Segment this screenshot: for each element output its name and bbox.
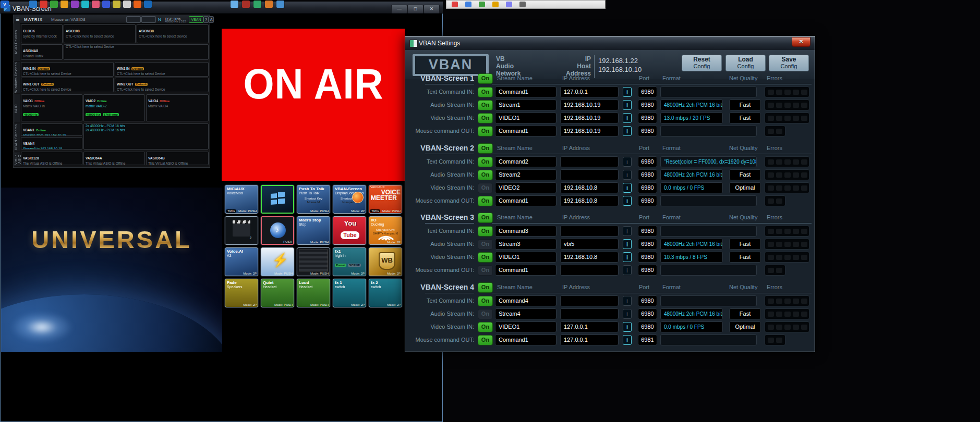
row-on-toggle[interactable]: On xyxy=(478,322,493,332)
stream-name-field[interactable]: Command4 xyxy=(495,295,556,306)
matrix-device-panel[interactable]: VASIO64BThis Virtual ASIO is Offline xyxy=(146,152,209,165)
taskbar-app-icon[interactable] xyxy=(144,1,152,8)
port-field[interactable]: 6980 xyxy=(638,295,657,306)
matrix-device-panel[interactable]: VBAN4Stream5 to 192.168.10.18 xyxy=(21,137,82,150)
port-field[interactable]: 6980 xyxy=(638,156,657,167)
matrix-device-panel[interactable]: CTL+Click here to select Device xyxy=(64,44,209,60)
taskbar-app-icon[interactable] xyxy=(242,1,250,8)
macro-button[interactable]: I/ODuckingShortcut Key:SHIFT+Numpad 0Mod… xyxy=(369,216,402,245)
ip-address-field[interactable] xyxy=(560,265,619,276)
stream-name-field[interactable]: Command1 xyxy=(495,265,556,276)
port-field[interactable]: 6980 xyxy=(638,169,657,180)
macro-button[interactable]: QuietHeadsetMode: PUSH xyxy=(261,279,294,307)
stream-name-field[interactable]: VIDEO1 xyxy=(495,252,556,263)
macro-button[interactable]: ⚡Mode: PUSH xyxy=(261,247,294,276)
macro-button[interactable]: fx 2switchMode: 2P xyxy=(369,279,402,307)
taskbar-app-icon[interactable] xyxy=(134,1,141,8)
matrix-monitor-button[interactable] xyxy=(141,16,156,23)
macro-button[interactable]: ♪PUSH xyxy=(261,216,294,245)
row-on-toggle[interactable]: On xyxy=(478,113,493,123)
stream-name-field[interactable]: Stream2 xyxy=(495,169,556,180)
section-on-toggle[interactable]: On xyxy=(478,213,493,223)
taskbar-app-icon[interactable] xyxy=(71,1,79,8)
taskbar-app-icon[interactable] xyxy=(50,1,58,8)
port-field[interactable]: 6980 xyxy=(638,226,657,237)
port-field[interactable]: 6980 xyxy=(638,126,657,136)
matrix-device-panel[interactable]: VASIO128The Virtual ASIO is Offline xyxy=(21,152,82,165)
row-on-toggle[interactable]: On xyxy=(478,170,493,180)
stream-name-field[interactable]: Command2 xyxy=(495,156,556,167)
macro-button[interactable]: ♪ xyxy=(225,216,258,245)
tray-app-icon[interactable] xyxy=(465,2,471,7)
matrix-vban-button[interactable]: VBAN xyxy=(189,16,203,23)
macro-button[interactable]: LoudHeadsetMode: PUSH xyxy=(297,279,330,307)
stream-name-field[interactable]: VIDEO2 xyxy=(495,182,556,193)
macro-button[interactable]: Macro stopStopMode: PUSH xyxy=(297,216,330,245)
macro-button[interactable]: FadeSpeakersMode: 2P xyxy=(225,279,258,307)
row-on-toggle[interactable]: On xyxy=(478,126,493,136)
stream-name-field[interactable]: Command1 xyxy=(495,334,556,345)
matrix-device-panel[interactable]: WIN1 OUTDefaultCTL+Click here to select … xyxy=(21,78,114,92)
menu-icon[interactable]: ☰ xyxy=(16,17,19,22)
close-icon[interactable]: ✕ xyxy=(792,37,810,47)
row-on-toggle[interactable]: On xyxy=(478,196,493,206)
ip-address-field[interactable]: 127.0.0.1 xyxy=(560,321,619,332)
ip-address-field[interactable]: 192.168.10.8 xyxy=(560,252,619,263)
help-button[interactable]: ? xyxy=(203,16,209,23)
macro-button[interactable] xyxy=(261,185,294,214)
matrix-a-button[interactable]: A xyxy=(209,16,214,23)
ip-address-field[interactable]: 127.0.0.1 xyxy=(560,86,619,97)
ip-address-field[interactable] xyxy=(560,308,619,319)
ip-address-field[interactable]: 127.0.0.1 xyxy=(560,334,619,345)
info-button[interactable]: i xyxy=(623,322,632,332)
ip-address-field[interactable] xyxy=(560,226,619,237)
info-button[interactable]: i xyxy=(623,335,632,345)
info-button[interactable]: i xyxy=(623,87,632,97)
stream-name-field[interactable]: Command1 xyxy=(495,195,556,206)
taskbar-app-icon[interactable] xyxy=(253,1,261,8)
tray-app-icon[interactable] xyxy=(492,2,499,7)
taskbar-vban-icon[interactable]: V xyxy=(1,1,9,8)
matrix-lock-button[interactable] xyxy=(126,16,141,23)
matrix-device-panel[interactable]: WIN1 INDefaultCTL+Click here to select D… xyxy=(21,62,114,77)
matrix-device-panel[interactable]: WIN2 INDefaultCTL+Click here to select D… xyxy=(115,62,209,77)
ip-address-field[interactable]: 192.168.10.8 xyxy=(560,182,619,193)
ip-address-field[interactable] xyxy=(560,169,619,180)
info-button[interactable]: i xyxy=(623,239,632,249)
stream-name-field[interactable]: VIDEO1 xyxy=(495,321,556,332)
section-on-toggle[interactable]: On xyxy=(478,73,493,84)
macro-button[interactable]: fx1high inPresetSCENEMode: 2P xyxy=(333,247,366,276)
matrix-device-panel[interactable]: ASIONB8CTL+Click here to select Device xyxy=(137,24,209,43)
maximize-button[interactable]: □ xyxy=(407,5,424,14)
taskbar-app-icon[interactable] xyxy=(265,1,273,8)
taskbar-app-icon[interactable] xyxy=(92,1,100,8)
taskbar-app-icon[interactable] xyxy=(102,1,110,8)
matrix-device-panel[interactable]: VBAN1OnlineStream1 from 192.168.10.19 xyxy=(21,123,82,136)
macro-button[interactable]: Mode: PUSH xyxy=(297,247,330,276)
macro-button[interactable]: MIC\AUXVoiceModMode: PUSHTRIG xyxy=(225,185,258,214)
settings-titlebar[interactable]: VBAN Settings ✕ xyxy=(405,36,815,51)
port-field[interactable]: 6981 xyxy=(638,334,657,345)
info-button[interactable]: i xyxy=(623,296,632,306)
matrix-device-panel[interactable]: WIN2 OUTDefaultCTL+Click here to select … xyxy=(115,78,209,92)
matrix-device-panel[interactable]: VASIO64AThis Virtual ASIO is Offline xyxy=(83,152,145,165)
info-button[interactable]: i xyxy=(623,252,632,262)
row-on-toggle[interactable]: On xyxy=(478,157,493,167)
matrix-device-panel[interactable]: VAIO1OfflineMatrix VAIO In48000 Hz xyxy=(21,94,82,121)
info-button[interactable]: i xyxy=(623,226,632,236)
taskbar-app-icon[interactable] xyxy=(231,1,238,8)
row-on-toggle[interactable]: On xyxy=(478,239,493,250)
matrix-device-panel[interactable]: 2x 48000Hz - PCM 16 bits2x 48000Hz - PCM… xyxy=(83,123,209,150)
macro-button[interactable]: Push To TalkPush To TalkShortcut KeyMous… xyxy=(297,185,330,214)
stream-name-field[interactable]: Command1 xyxy=(495,126,556,136)
macro-button[interactable]: Voice.AIA3Mode: 2P xyxy=(225,247,258,276)
stream-name-field[interactable]: Command3 xyxy=(495,226,556,237)
ip-address-field[interactable]: 192.168.10.8 xyxy=(560,195,619,206)
port-field[interactable]: 6980 xyxy=(638,86,657,97)
matrix-device-panel[interactable]: ASIONA8Roland Rubix44100 Hz800 smp xyxy=(21,44,63,60)
matrix-device-panel[interactable]: ASIO108CTL+Click here to select Device xyxy=(64,24,136,43)
save-config-button[interactable]: Save Config xyxy=(769,55,809,71)
info-button[interactable]: i xyxy=(623,170,632,180)
port-field[interactable]: 6980 xyxy=(638,252,657,263)
matrix-device-panel[interactable]: VAIO4OfflineMatrix VAIO4 xyxy=(146,94,209,121)
